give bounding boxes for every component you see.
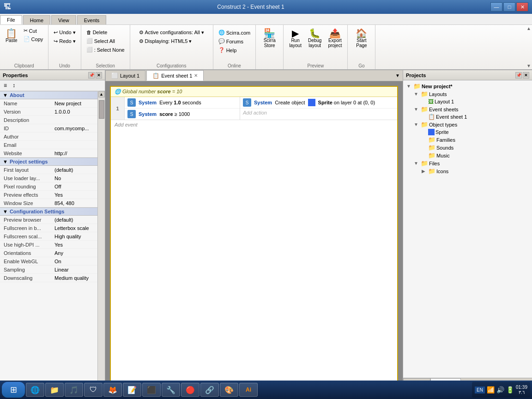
active-config-button[interactable]: ⚙ Active configurations: All ▾ xyxy=(137,29,206,36)
store-icon: 🏪 xyxy=(264,29,275,38)
condition-1-1[interactable]: S System Every 1.0 seconds xyxy=(125,97,240,109)
forums-button[interactable]: 💬 Forums xyxy=(216,37,253,45)
taskbar-app1[interactable]: 📝 xyxy=(123,383,141,397)
taskbar-app2[interactable]: ⬛ xyxy=(142,383,161,397)
tab-home[interactable]: Home xyxy=(23,15,50,24)
taskbar-firefox[interactable]: 🦊 xyxy=(103,383,122,397)
tree-sprite[interactable]: Sprite xyxy=(418,128,532,136)
run-layout-button[interactable]: ▶ Runlayout xyxy=(286,27,304,50)
preview-browser-value: (default) xyxy=(54,217,97,223)
ribbon-collapse-down[interactable]: ▼ xyxy=(526,63,531,68)
tree-layouts[interactable]: ▼ 📁 Layouts xyxy=(411,90,532,98)
tab-file[interactable]: File xyxy=(0,15,22,24)
paste-button[interactable]: 📋 Paste xyxy=(3,27,20,45)
scirra-store-button[interactable]: 🏪 ScirraStore xyxy=(261,27,278,50)
start-button[interactable]: ⊞ xyxy=(2,382,25,398)
layout1-tab[interactable]: ⬜ Layout 1 xyxy=(105,70,145,81)
tray-volume[interactable]: 🔊 xyxy=(496,386,504,393)
orientations-value: Any xyxy=(54,250,97,256)
displaying-button[interactable]: ⚙ Displaying: HTML5 ▾ xyxy=(137,37,206,45)
webgl-value: On xyxy=(54,259,97,264)
loader-label: Use loader lay... xyxy=(4,175,54,181)
tree-icons[interactable]: ▶ 📁 Icons xyxy=(418,167,532,175)
tree-music[interactable]: 📁 Music xyxy=(418,151,532,159)
minimize-button[interactable]: — xyxy=(490,2,502,12)
help-button[interactable]: ❓ Help xyxy=(216,46,253,54)
cut-button[interactable]: ✂ Cut xyxy=(21,27,46,35)
scroll-thumb[interactable] xyxy=(99,100,104,119)
select-all-button[interactable]: ⬜ Select All xyxy=(84,37,127,45)
tree-objecttypes[interactable]: ▼ 📁 Object types xyxy=(411,121,532,128)
action-1-1[interactable]: S System Create object Sprite on layer 0… xyxy=(240,97,397,109)
tab-dropdown[interactable]: ▼ xyxy=(393,70,403,81)
tree-root[interactable]: ▼ 📁 New project* xyxy=(403,82,532,90)
scirra-button[interactable]: 🌐 Scirra.com xyxy=(216,29,253,36)
tree-layout1[interactable]: 🖼 Layout 1 xyxy=(418,98,532,105)
taskbar-security[interactable]: 🛡 xyxy=(84,383,103,397)
close-button[interactable]: ✕ xyxy=(516,2,528,12)
taskbar-app5[interactable]: 🔗 xyxy=(200,383,219,397)
eventsheets-expand: ▼ xyxy=(412,107,420,112)
export-project-button[interactable]: 📤 Exportproject xyxy=(325,27,345,50)
tab-view[interactable]: View xyxy=(51,15,76,24)
properties-pin-button[interactable]: 📌 xyxy=(88,72,95,79)
props-section-about[interactable]: ▼ About xyxy=(0,91,97,99)
tray-battery[interactable]: 🔋 xyxy=(506,386,514,393)
forums-icon: 💬 xyxy=(218,38,225,44)
sort-category-button[interactable]: ≡ xyxy=(2,81,9,90)
condition-text-2: score ≥ 1000 xyxy=(159,111,190,117)
go-group-label: Go xyxy=(358,63,364,69)
projects-close-button[interactable]: ✕ xyxy=(523,72,529,79)
tree-sounds[interactable]: 📁 Sounds xyxy=(418,144,532,151)
tray-network[interactable]: 📶 xyxy=(487,386,495,393)
tab-events[interactable]: Events xyxy=(77,15,107,24)
tree-eventsheets[interactable]: ▼ 📁 Event sheets xyxy=(411,105,532,113)
panel-header-controls: 📌 ✕ xyxy=(88,72,102,79)
props-row-loader: Use loader lay... No xyxy=(0,174,97,182)
props-section-project[interactable]: ▼ Project settings xyxy=(0,157,97,166)
root-children: ▼ 📁 Layouts 🖼 Layout 1 ▼ 📁 Event sheets xyxy=(403,90,532,175)
properties-panel: Properties 📌 ✕ ≡ ↕ ▼ About Name New proj… xyxy=(0,70,105,389)
taskbar: ⊞ 🌐 📁 🎵 🛡 🦊 📝 ⬛ 🔧 🔴 🔗 🎨 Ai EN 📶 🔊 🔋 01:3… xyxy=(0,381,532,399)
properties-close-button[interactable]: ✕ xyxy=(96,72,102,79)
eventsheet1-tab[interactable]: 📋 Event sheet 1 ✕ xyxy=(146,70,204,81)
select-none-button[interactable]: ⬜ : Select None xyxy=(84,46,127,54)
ribbon-tab-bar: File Home View Events xyxy=(0,14,532,25)
tree-files[interactable]: ▼ 📁 Files xyxy=(411,159,532,167)
props-row-fullscreen-scale: Fullscreen scal... High quality xyxy=(0,232,97,241)
select-all-icon: ⬜ xyxy=(86,38,93,44)
delete-button[interactable]: 🗑 Delete xyxy=(84,29,127,36)
fullscreen-scale-label: Fullscreen scal... xyxy=(4,234,54,239)
tree-families[interactable]: 📁 Families xyxy=(418,136,532,144)
undo-button[interactable]: ↩ Undo ▾ xyxy=(51,29,78,36)
add-action-placeholder[interactable]: Add action xyxy=(240,109,397,117)
ribbon-collapse-up[interactable]: ▲ xyxy=(526,26,531,31)
ribbon-group-undo: ↩ Undo ▾ ↪ Redo ▾ Undo xyxy=(48,25,81,69)
props-section-config[interactable]: ▼ Configuration Settings xyxy=(0,207,97,216)
taskbar-media[interactable]: 🎵 xyxy=(65,383,83,397)
online-group-label: Online xyxy=(228,63,241,69)
lang-indicator[interactable]: EN xyxy=(475,387,485,393)
start-page-button[interactable]: 🏠 StartPage xyxy=(353,27,370,50)
redo-button[interactable]: ↪ Redo ▾ xyxy=(51,37,78,45)
taskbar-illustrator[interactable]: Ai xyxy=(239,383,258,397)
condition-1-2[interactable]: S System score ≥ 1000 xyxy=(125,109,240,120)
taskbar-ie[interactable]: 🌐 xyxy=(26,383,44,397)
add-event-row[interactable]: Add event xyxy=(111,120,397,129)
props-scrollbar[interactable]: ▲ ▼ xyxy=(97,91,105,389)
taskbar-photoshop[interactable]: 🎨 xyxy=(220,383,238,397)
taskbar-app3[interactable]: 🔧 xyxy=(162,383,180,397)
eventsheet1-tab-close[interactable]: ✕ xyxy=(194,73,198,78)
export-label: Exportproject xyxy=(328,38,342,48)
taskbar-app4[interactable]: 🔴 xyxy=(181,383,200,397)
taskbar-explorer[interactable]: 📁 xyxy=(45,383,64,397)
props-row-preview-effects: Preview effects Yes xyxy=(0,191,97,199)
scroll-up-button[interactable]: ▲ xyxy=(98,91,105,97)
families-label: Families xyxy=(436,137,455,143)
maximize-button[interactable]: □ xyxy=(503,2,515,12)
sort-alpha-button[interactable]: ↕ xyxy=(11,81,17,90)
copy-button[interactable]: 📄 Copy xyxy=(21,35,46,43)
debug-layout-button[interactable]: 🐛 Debuglayout xyxy=(305,27,324,50)
tree-eventsheet1[interactable]: 📋 Event sheet 1 xyxy=(418,113,532,121)
projects-pin-button[interactable]: 📌 xyxy=(515,72,522,79)
